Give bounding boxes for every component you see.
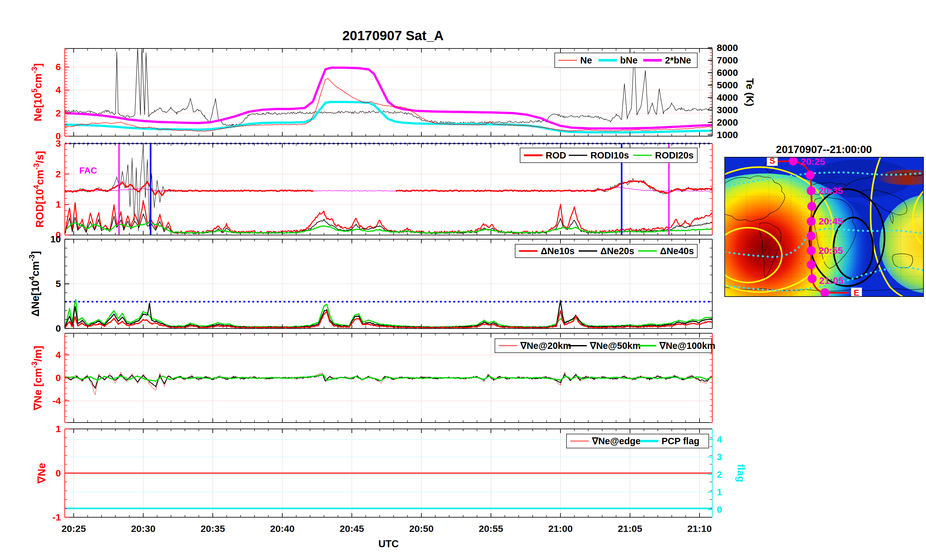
track-time-label: 20:25 <box>800 156 825 167</box>
track-time-label: 20:55 <box>819 245 843 256</box>
track-time-label: 20:35 <box>819 185 843 196</box>
map-canvas: 20:25 20:35 20:45 20:55 21:05 S E <box>658 156 926 325</box>
track-time-label: 20:45 <box>819 216 843 226</box>
map-title: 20170907--21:00:00 <box>776 144 872 155</box>
figure-root: { "title": "20170907 Sat_A", "colors": {… <box>0 0 926 560</box>
track-end-label: E <box>853 288 859 298</box>
ground-track-map: 20170907--21:00:00 <box>0 0 926 560</box>
track-time-label: 21:05 <box>819 275 844 286</box>
